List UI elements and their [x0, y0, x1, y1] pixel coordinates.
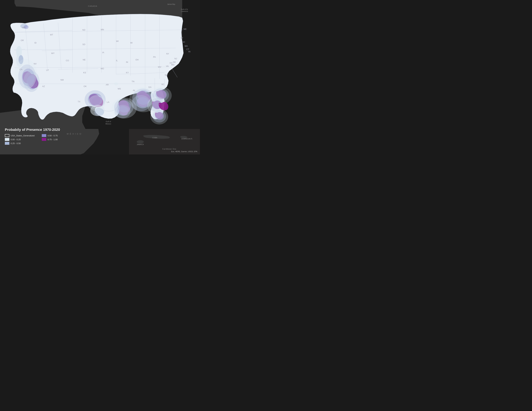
caribbean-label: Caribbean Sea: [162, 148, 176, 150]
svg-point-67: [114, 82, 118, 85]
state-label-nm: NM: [60, 79, 64, 81]
state-label-ga: GA: [149, 86, 152, 88]
state-label-sc: SC: [161, 83, 164, 86]
canada-label: CANADA: [88, 5, 97, 7]
map-container: WA OR CA ID NV MT WY UT AZ CO NM ND SD N…: [0, 0, 200, 154]
legend-swatch-025-050: [5, 142, 9, 145]
legend-item-075-100: 0.75 - 1.00: [42, 138, 60, 141]
james-bay-label: James Bay: [167, 3, 175, 5]
state-label-fl: FL: [158, 103, 160, 105]
state-label-az: AZ: [42, 85, 45, 87]
state-label-dc: DC: [170, 62, 173, 64]
legend-label-050-075: 0.50 - 0.75: [48, 134, 57, 137]
state-label-mt: MT: [50, 34, 53, 36]
state-label-me: ME: [183, 28, 187, 30]
gulf-mexico-label2: Mexico: [105, 123, 111, 125]
state-label-va: VA: [166, 65, 169, 67]
legend-label-025-050: 0.25 - 0.50: [11, 142, 21, 145]
attribution-text: Esri, HERE, Garmin, USGS, EPA: [171, 150, 197, 152]
cuba-label: CUBA: [152, 137, 157, 139]
state-label-co: CO: [66, 59, 69, 62]
svg-point-47: [94, 108, 104, 116]
state-label-ky: KY: [126, 71, 129, 74]
state-label-nh: NH: [182, 41, 185, 43]
state-label-ny: NY: [166, 53, 169, 55]
state-label-wv: WV: [158, 66, 161, 68]
state-label-ks: KS: [83, 71, 86, 74]
gulf-mexico-label: Gulf of: [106, 121, 111, 122]
state-label-mo: MO: [101, 67, 104, 70]
legend-item-states: USA_States_Generalized: [5, 134, 37, 137]
state-label-ok: OK: [84, 85, 87, 87]
state-label-in: IN: [126, 61, 128, 63]
state-label-ma: MA: [185, 45, 188, 47]
state-label-oh: OH: [135, 58, 139, 61]
legend-label-states: USA_States_Generalized: [11, 134, 35, 137]
dominican-label: DOMINICAN R.: [181, 138, 193, 140]
legend-swatch-000-025: [5, 138, 9, 141]
legend-grid: USA_States_Generalized 0.50 - 0.75 0.00 …: [5, 134, 60, 145]
attribution: Esri, HERE, Garmin, USGS, EPA: [171, 150, 197, 152]
state-label-ri: RI: [189, 50, 190, 53]
state-label-de: DE: [173, 61, 176, 63]
state-label-pa: PA: [153, 56, 156, 58]
state-label-ms: MS: [118, 87, 121, 90]
state-label-la: LA: [107, 101, 109, 103]
state-label-sd: SD: [82, 43, 85, 46]
legend: Probabily of Presence 1970-2020 USA_Stat…: [5, 128, 60, 145]
state-label-wi: WI: [116, 40, 119, 42]
svg-point-66: [150, 109, 168, 124]
state-label-nv: NV: [34, 63, 37, 65]
state-label-nc: NC: [165, 74, 168, 76]
jamaica-label: JAMAICA: [137, 144, 144, 145]
legend-item-000-025: 0.00 - 0.25: [5, 138, 37, 141]
legend-label-075-100: 0.75 - 1.00: [48, 138, 57, 141]
state-label-ar: AR: [106, 84, 109, 86]
legend-item-025-050: 0.25 - 0.50: [5, 142, 37, 145]
svg-rect-7: [182, 0, 200, 113]
svg-point-6: [137, 140, 144, 143]
state-label-wa: WA: [22, 26, 26, 29]
mexico-label: M É X I C O: [67, 133, 81, 135]
gulf-st-lawrence-label: Gulf of St.: [181, 9, 188, 10]
state-label-mi: MI: [130, 42, 133, 44]
state-label-ut: UT: [46, 69, 49, 71]
state-label-or: OR: [21, 39, 24, 42]
state-label-vt: VT: [180, 37, 183, 39]
legend-swatch-states: [5, 134, 9, 137]
legend-label-000-025: 0.00 - 0.25: [11, 138, 21, 141]
state-label-tx: TX: [78, 100, 80, 103]
state-label-nj: NJ: [174, 57, 177, 60]
legend-item-050-075: 0.50 - 0.75: [42, 134, 60, 137]
state-label-mn: MN: [101, 28, 104, 31]
state-label-id: ID: [35, 42, 37, 44]
state-label-ne: NE: [83, 58, 86, 61]
state-label-nd: ND: [82, 29, 86, 31]
state-label-ia: IA: [102, 51, 104, 54]
legend-swatch-075-100: [42, 138, 46, 141]
state-label-ct: CT: [186, 48, 189, 50]
state-label-al: AL: [133, 89, 135, 92]
state-label-il: IL: [116, 59, 118, 62]
state-label-wy: WY: [51, 52, 55, 55]
state-label-tn: TN: [132, 80, 134, 83]
legend-title: Probabily of Presence 1970-2020: [5, 128, 60, 132]
state-label-ca: CA: [19, 68, 22, 71]
gulf-st-lawrence-label2: Lawrence: [181, 10, 188, 12]
legend-swatch-050-075: [42, 134, 46, 137]
